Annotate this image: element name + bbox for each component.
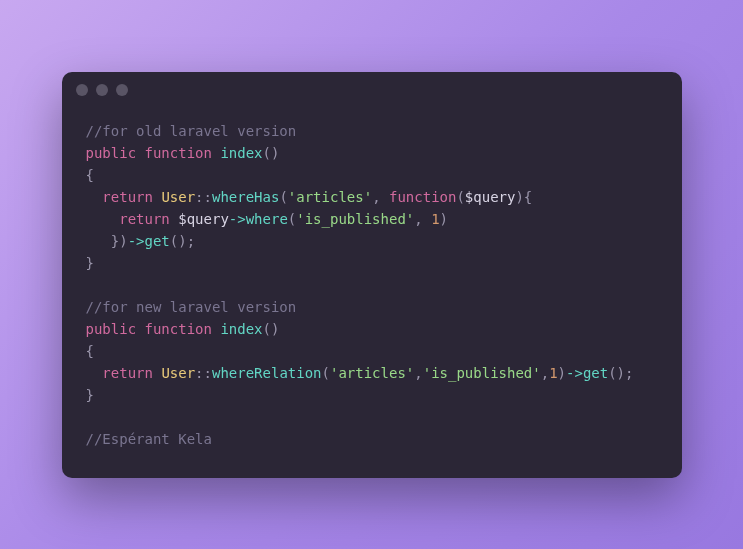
number-one: 1 [549, 365, 557, 381]
parens: () [263, 321, 280, 337]
paren-close: ) [440, 211, 448, 227]
keyword-return: return [102, 365, 153, 381]
var-query: $query [465, 189, 516, 205]
class-user: User [161, 365, 195, 381]
keyword-public: public [86, 145, 137, 161]
string-ispublished: 'is_published' [423, 365, 541, 381]
paren-close: ) [558, 365, 566, 381]
string-articles: 'articles' [288, 189, 372, 205]
class-user: User [161, 189, 195, 205]
brace-open: { [86, 343, 94, 359]
traffic-light-close[interactable] [76, 84, 88, 96]
scope-op: :: [195, 365, 212, 381]
function-name: index [220, 321, 262, 337]
comma: , [541, 365, 549, 381]
comment-old-version: //for old laravel version [86, 123, 297, 139]
close-closure: }) [111, 233, 128, 249]
traffic-light-zoom[interactable] [116, 84, 128, 96]
string-articles: 'articles' [330, 365, 414, 381]
number-one: 1 [431, 211, 439, 227]
arrow-op: -> [566, 365, 583, 381]
parens: () [263, 145, 280, 161]
var-query: $query [178, 211, 229, 227]
brace-close: } [86, 387, 94, 403]
code-block: //for old laravel version public functio… [62, 108, 682, 478]
paren-open: ( [279, 189, 287, 205]
method-get: get [583, 365, 608, 381]
keyword-return: return [102, 189, 153, 205]
scope-op: :: [195, 189, 212, 205]
comment-new-version: //for new laravel version [86, 299, 297, 315]
parens-semi: (); [608, 365, 633, 381]
brace-open: { [86, 167, 94, 183]
paren-open: ( [322, 365, 330, 381]
paren-close-brace: ){ [515, 189, 532, 205]
function-name: index [220, 145, 262, 161]
paren-open: ( [288, 211, 296, 227]
comma: , [414, 365, 422, 381]
window-titlebar [62, 72, 682, 108]
method-wherehas: whereHas [212, 189, 279, 205]
comma: , [414, 211, 431, 227]
keyword-function-closure: function [389, 189, 456, 205]
paren-open: ( [456, 189, 464, 205]
arrow-op: -> [128, 233, 145, 249]
code-window: //for old laravel version public functio… [62, 72, 682, 478]
keyword-public: public [86, 321, 137, 337]
traffic-light-minimize[interactable] [96, 84, 108, 96]
keyword-return: return [119, 211, 170, 227]
keyword-function: function [145, 145, 212, 161]
comma: , [372, 189, 389, 205]
arrow-op: -> [229, 211, 246, 227]
method-get: get [145, 233, 170, 249]
string-ispublished: 'is_published' [296, 211, 414, 227]
method-whererelation: whereRelation [212, 365, 322, 381]
brace-close: } [86, 255, 94, 271]
comment-author: //Espérant Kela [86, 431, 212, 447]
method-where: where [246, 211, 288, 227]
keyword-function: function [145, 321, 212, 337]
parens-semi: (); [170, 233, 195, 249]
